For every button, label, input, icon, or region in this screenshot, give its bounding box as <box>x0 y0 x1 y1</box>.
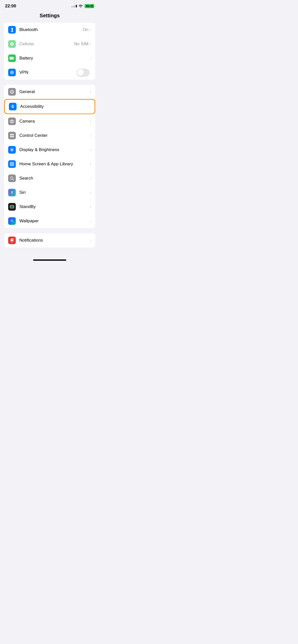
page-title: Settings <box>0 13 99 19</box>
display-icon <box>8 146 16 154</box>
svg-rect-15 <box>12 134 14 135</box>
bluetooth-label: Bluetooth <box>19 27 83 32</box>
svg-rect-23 <box>12 164 13 165</box>
search-label: Search <box>19 176 90 181</box>
accessibility-chevron: › <box>89 105 90 109</box>
connectivity-group: Bluetooth On › Cellular No SIM › Battery… <box>4 23 95 80</box>
wallpaper-icon <box>8 217 16 225</box>
personalization-group: General › Accessibility › Camera › <box>4 85 95 228</box>
battery-icon: 90+ <box>85 4 94 8</box>
general-icon <box>8 88 16 96</box>
vpn-toggle[interactable] <box>77 69 90 77</box>
wallpaper-row[interactable]: Wallpaper › <box>4 214 95 228</box>
control-center-row[interactable]: Control Center › <box>4 128 95 143</box>
wallpaper-chevron: › <box>90 219 91 223</box>
battery-row[interactable]: Battery › <box>4 51 95 65</box>
status-time: 22:00 <box>5 4 16 9</box>
siri-row[interactable]: Siri › <box>4 185 95 200</box>
search-chevron: › <box>90 176 91 180</box>
svg-rect-0 <box>91 5 92 5</box>
cellular-label: Cellular <box>19 41 74 47</box>
vpn-toggle-thumb <box>77 69 84 76</box>
notifications-label: Notifications <box>19 238 90 243</box>
vpn-row[interactable]: VPN <box>4 65 95 80</box>
svg-point-18 <box>11 149 13 151</box>
siri-chevron: › <box>90 191 91 195</box>
standby-icon <box>8 203 16 211</box>
svg-rect-21 <box>12 163 13 164</box>
camera-chevron: › <box>90 119 91 123</box>
standby-label: StandBy <box>19 204 90 209</box>
svg-point-11 <box>12 105 13 106</box>
svg-point-29 <box>11 221 13 222</box>
standby-chevron: › <box>90 205 91 209</box>
cellular-chevron: › <box>90 42 91 46</box>
battery-row-icon <box>8 54 16 62</box>
siri-label: Siri <box>19 190 90 195</box>
bluetooth-chevron: › <box>90 28 91 32</box>
bluetooth-value: On <box>83 27 89 32</box>
svg-rect-14 <box>10 134 12 135</box>
svg-rect-16 <box>10 136 12 137</box>
svg-rect-17 <box>12 136 14 137</box>
bluetooth-icon <box>8 26 16 34</box>
general-label: General <box>19 89 90 94</box>
svg-rect-22 <box>11 164 12 165</box>
camera-label: Camera <box>19 119 90 124</box>
control-center-icon <box>8 132 16 139</box>
cellular-icon <box>8 40 16 48</box>
status-bar: 22:00 90+ <box>0 0 99 11</box>
cellular-value: No SIM <box>74 41 89 47</box>
homescreen-label: Home Screen & App Library <box>19 162 90 167</box>
accessibility-row[interactable]: Accessibility › <box>4 99 95 114</box>
homescreen-row[interactable]: Home Screen & App Library › <box>4 157 95 171</box>
vpn-label: VPN <box>19 70 77 75</box>
svg-rect-7 <box>10 57 13 59</box>
battery-chevron: › <box>90 56 91 60</box>
wifi-icon <box>78 4 83 8</box>
svg-rect-6 <box>14 58 14 59</box>
cellular-row[interactable]: Cellular No SIM › <box>4 37 95 51</box>
svg-point-31 <box>11 222 11 222</box>
general-chevron: › <box>90 90 91 94</box>
svg-point-28 <box>12 219 13 221</box>
standby-row[interactable]: StandBy › <box>4 200 95 214</box>
display-label: Display & Brightness <box>19 147 90 152</box>
control-center-label: Control Center <box>19 133 90 138</box>
notifications-group: Notifications › <box>4 233 95 247</box>
home-indicator <box>33 259 66 261</box>
homescreen-icon <box>8 160 16 168</box>
camera-row[interactable]: Camera › <box>4 114 95 128</box>
svg-point-13 <box>11 121 13 122</box>
camera-icon <box>8 118 16 125</box>
status-icons: 90+ <box>71 4 94 8</box>
svg-point-30 <box>13 222 13 222</box>
svg-point-32 <box>12 238 14 240</box>
home-indicator-area <box>0 253 99 263</box>
svg-rect-19 <box>10 162 14 166</box>
display-row[interactable]: Display & Brightness › <box>4 143 95 157</box>
notifications-row[interactable]: Notifications › <box>4 233 95 247</box>
svg-rect-26 <box>12 206 13 208</box>
svg-rect-20 <box>11 163 12 164</box>
accessibility-label: Accessibility <box>20 104 89 109</box>
siri-icon <box>8 189 16 196</box>
signal-icon <box>71 5 77 7</box>
page-title-container: Settings <box>0 11 99 23</box>
search-row[interactable]: Search › <box>4 171 95 185</box>
homescreen-chevron: › <box>90 162 91 166</box>
wallpaper-label: Wallpaper <box>19 218 90 224</box>
svg-point-10 <box>11 91 13 93</box>
svg-point-27 <box>11 220 12 221</box>
svg-rect-2 <box>91 6 93 7</box>
notifications-chevron: › <box>90 238 91 242</box>
battery-label: Battery <box>19 56 90 61</box>
bluetooth-row[interactable]: Bluetooth On › <box>4 23 95 37</box>
notifications-icon <box>8 237 16 244</box>
general-row[interactable]: General › <box>4 85 95 99</box>
display-chevron: › <box>90 148 91 152</box>
accessibility-icon <box>9 103 17 110</box>
search-icon <box>8 174 16 182</box>
vpn-icon <box>8 69 16 76</box>
control-center-chevron: › <box>90 134 91 138</box>
